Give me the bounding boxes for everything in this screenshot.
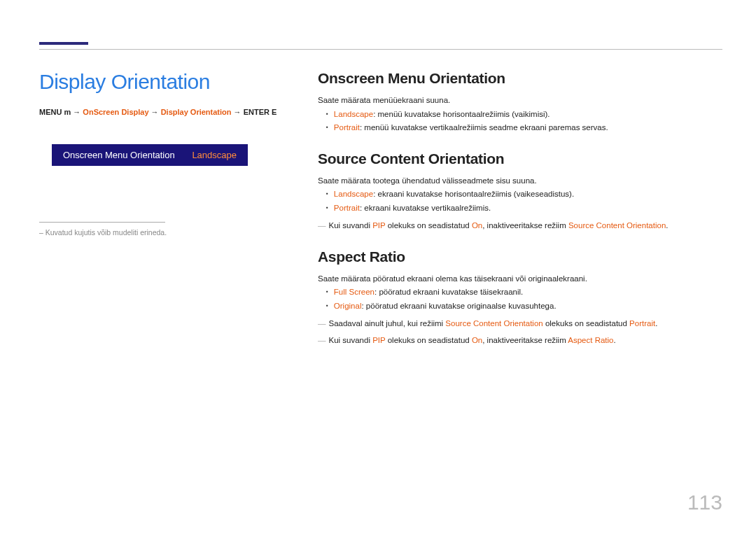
list-item: Full Screen: pööratud ekraani kuvatakse … (336, 286, 722, 300)
t: olekuks on seadistatud (385, 221, 471, 230)
breadcrumb-enter: ENTER E (244, 108, 277, 116)
accent-bar (39, 42, 88, 45)
section-source-content-orientation: Source Content Orientation Saate määrata… (318, 150, 722, 233)
arrow-icon: → (234, 108, 241, 116)
left-column: Display Orientation MENU m → OnScreen Di… (39, 70, 318, 363)
option-text: : ekraani kuvatakse horisontaalrežiimis … (373, 190, 574, 198)
list-item: Portrait: menüü kuvatakse vertikaalrežii… (336, 121, 722, 135)
t: Portrait (629, 319, 655, 328)
section-aspect-ratio: Aspect Ratio Saate määrata pööratud ekra… (318, 248, 722, 348)
top-rule (39, 49, 722, 50)
footnote-text: – Kuvatud kujutis võib mudeliti erineda. (39, 228, 304, 237)
t: , inaktiveeritakse režiim (482, 221, 568, 230)
t: olekuks on seadistatud (385, 336, 471, 344)
option-key: Portrait (334, 123, 360, 132)
t: Source Content Orientation (568, 221, 666, 230)
option-text: : pööratud ekraani kuvatakse originaalse… (361, 302, 556, 310)
t: Kui suvandi (329, 221, 373, 230)
t: . (666, 221, 668, 230)
list-item: Landscape: menüü kuvatakse horisontaalre… (336, 108, 722, 122)
t: Source Content Orientation (445, 319, 542, 328)
t: olekuks on seadistatud (543, 319, 629, 328)
t: Saadaval ainult juhul, kui režiimi (329, 319, 446, 328)
menu-box-label: Onscreen Menu Orientation (63, 150, 175, 160)
note-text: Kui suvandi PIP olekuks on seadistatud O… (318, 219, 722, 233)
section-onscreen-menu-orientation: Onscreen Menu Orientation Saate määrata … (318, 70, 722, 135)
option-key: Portrait (334, 204, 360, 212)
section-desc: Saate määrata tootega ühendatud välissea… (318, 174, 722, 188)
footnote-rule (39, 222, 165, 223)
t: PIP (372, 221, 385, 230)
breadcrumb-menu: MENU m (39, 108, 71, 116)
section-heading: Source Content Orientation (318, 150, 722, 167)
arrow-icon: → (73, 108, 80, 116)
option-text: : menüü kuvatakse horisontaalrežiimis (v… (373, 110, 550, 118)
page-title: Display Orientation (39, 70, 304, 94)
t: , inaktiveeritakse režiim (482, 336, 568, 344)
note-text: Saadaval ainult juhul, kui režiimi Sourc… (318, 317, 722, 331)
section-heading: Aspect Ratio (318, 248, 722, 265)
t: On (472, 221, 482, 230)
option-text: : ekraani kuvatakse vertikaalrežiimis. (360, 204, 491, 212)
section-desc: Saate määrata pööratud ekraani olema kas… (318, 272, 722, 286)
menu-box-value: Landscape (192, 150, 237, 160)
t: On (472, 336, 482, 344)
t: . (614, 336, 616, 344)
note-text: Kui suvandi PIP olekuks on seadistatud O… (318, 334, 722, 348)
list-item: Landscape: ekraani kuvatakse horisontaal… (336, 188, 722, 202)
option-text: : pööratud ekraani kuvatakse täisekraani… (374, 288, 523, 296)
breadcrumb: MENU m → OnScreen Display → Display Orie… (39, 108, 304, 116)
t: Aspect Ratio (568, 336, 613, 344)
section-heading: Onscreen Menu Orientation (318, 70, 722, 87)
option-key: Full Screen (334, 288, 374, 296)
menu-preview-box: Onscreen Menu Orientation Landscape (52, 144, 248, 166)
arrow-icon: → (151, 108, 159, 116)
list-item: Portrait: ekraani kuvatakse vertikaalrež… (336, 202, 722, 216)
list-item: Original: pööratud ekraani kuvatakse ori… (336, 300, 722, 314)
breadcrumb-part: OnScreen Display (83, 108, 148, 116)
option-key: Landscape (334, 190, 373, 198)
t: Kui suvandi (329, 336, 373, 344)
option-key: Original (334, 302, 362, 310)
section-desc: Saate määrata menüüekraani suuna. (318, 94, 722, 108)
right-column: Onscreen Menu Orientation Saate määrata … (318, 70, 722, 363)
t: PIP (372, 336, 385, 344)
page-number: 113 (687, 491, 722, 514)
breadcrumb-part: Display Orientation (161, 108, 232, 116)
option-key: Landscape (334, 110, 373, 118)
t: . (655, 319, 657, 328)
option-text: : menüü kuvatakse vertikaalrežiimis sead… (360, 123, 608, 132)
